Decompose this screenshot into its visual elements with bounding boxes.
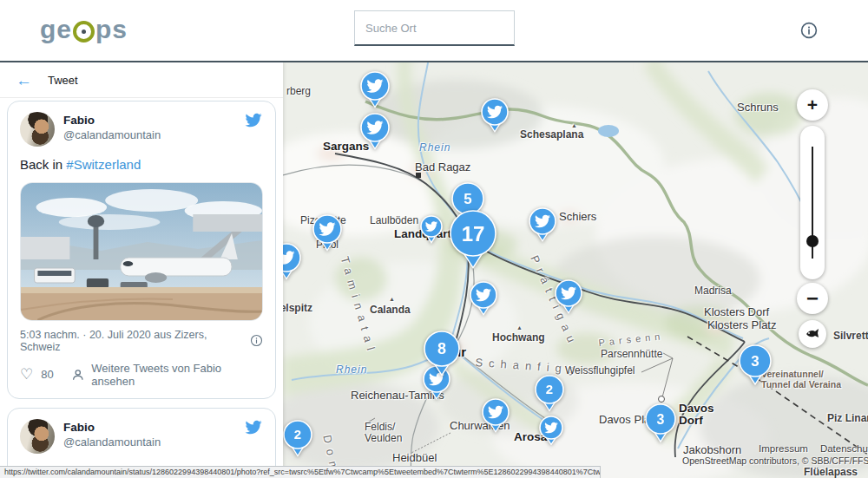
logo-o-icon xyxy=(73,21,95,43)
info-button[interactable] xyxy=(800,22,818,39)
map-pins: 51782332 xyxy=(283,62,868,478)
tweet-text: Back in #Switzerland xyxy=(20,156,263,174)
logo-text-post: ps xyxy=(95,15,128,44)
profile-icon[interactable] xyxy=(71,368,85,382)
airport-photo xyxy=(21,183,262,320)
tweet-pin[interactable] xyxy=(536,415,566,449)
tweet-meta: 5:03 nachm. · 20. Juli 2020 aus Zizers, … xyxy=(20,329,250,353)
tweet-handle[interactable]: @calandamountain xyxy=(63,435,161,449)
tweet-pin[interactable] xyxy=(467,280,500,320)
like-count: 80 xyxy=(41,368,53,381)
impressum-link[interactable]: Impressum xyxy=(759,443,808,454)
avatar[interactable] xyxy=(20,419,55,454)
header: geps xyxy=(0,0,868,62)
status-url: https://twitter.com/calandamountain/stat… xyxy=(4,468,601,476)
tweet-pin[interactable] xyxy=(283,242,304,285)
more-tweets-link[interactable]: Weitere Tweets von Fabio ansehen xyxy=(91,362,263,388)
cluster-pin[interactable]: 3 xyxy=(642,403,679,448)
tweet-list: Fabio @calandamountain Back in #Switzerl… xyxy=(0,98,283,478)
tweet-pin[interactable] xyxy=(418,214,445,247)
tweet-pin[interactable] xyxy=(358,112,392,154)
panel-header: ← Tweet xyxy=(0,62,283,98)
panel-title: Tweet xyxy=(48,74,78,87)
tweet-pin[interactable] xyxy=(479,397,512,437)
cluster-pin[interactable]: 17 xyxy=(447,209,499,276)
svg-text:17: 17 xyxy=(462,222,485,246)
tweet-image[interactable] xyxy=(20,182,263,321)
back-button[interactable]: ← xyxy=(16,72,32,88)
svg-text:8: 8 xyxy=(437,340,446,357)
zoom-slider[interactable] xyxy=(800,126,825,279)
map-footer-links: Impressum Datenschutz xyxy=(759,443,868,454)
svg-text:2: 2 xyxy=(546,382,553,396)
tweet-panel: ← Tweet Fabio @calandamountain Back in #… xyxy=(0,62,283,478)
datenschutz-link[interactable]: Datenschutz xyxy=(820,443,868,454)
cluster-pin[interactable]: 8 xyxy=(421,330,463,382)
tweet-pin[interactable] xyxy=(310,213,345,256)
map-mode-button[interactable] xyxy=(799,320,826,348)
tweet-card[interactable]: Fabio @calandamountain Back in #Switzerl… xyxy=(7,101,276,399)
svg-text:2: 2 xyxy=(294,427,301,442)
zoom-out-button[interactable]: − xyxy=(797,283,828,314)
cluster-pin[interactable]: 2 xyxy=(532,374,567,416)
svg-text:5: 5 xyxy=(464,191,471,207)
tweet-pin[interactable] xyxy=(526,206,559,246)
fish-icon xyxy=(805,328,820,340)
svg-text:3: 3 xyxy=(657,412,665,427)
twitter-icon[interactable] xyxy=(244,419,263,435)
twitter-icon[interactable] xyxy=(244,112,263,128)
zoom-slider-handle[interactable] xyxy=(806,235,819,247)
geops-logo[interactable]: geps xyxy=(40,15,128,44)
tweet-handle[interactable]: @calandamountain xyxy=(63,128,161,141)
tweet-pin[interactable] xyxy=(552,278,585,318)
logo-text-pre: ge xyxy=(40,15,72,44)
zoom-in-button[interactable]: + xyxy=(797,89,828,121)
map-attribution: OpenStreetMap contributors, © SBB/CFF/FF… xyxy=(682,455,868,466)
search-box xyxy=(354,10,515,46)
svg-text:3: 3 xyxy=(751,353,759,370)
cluster-pin[interactable]: 3 xyxy=(736,344,774,390)
tweet-pin[interactable] xyxy=(478,97,511,137)
like-icon[interactable]: ♡ xyxy=(20,367,33,382)
tweet-pin[interactable] xyxy=(358,70,392,113)
tweet-author[interactable]: Fabio xyxy=(63,421,161,434)
cluster-pin[interactable]: 2 xyxy=(283,419,315,462)
hashtag-link[interactable]: #Switzerland xyxy=(66,157,141,172)
tweet-author[interactable]: Fabio xyxy=(63,114,161,127)
map[interactable]: rbergSargansRheinBad RagazSchruns▲Schesa… xyxy=(283,62,868,478)
avatar[interactable] xyxy=(20,112,55,147)
search-input[interactable] xyxy=(364,21,520,36)
tweet-info-icon[interactable] xyxy=(250,334,263,347)
browser-status-bar: https://twitter.com/calandamountain/stat… xyxy=(0,466,601,478)
